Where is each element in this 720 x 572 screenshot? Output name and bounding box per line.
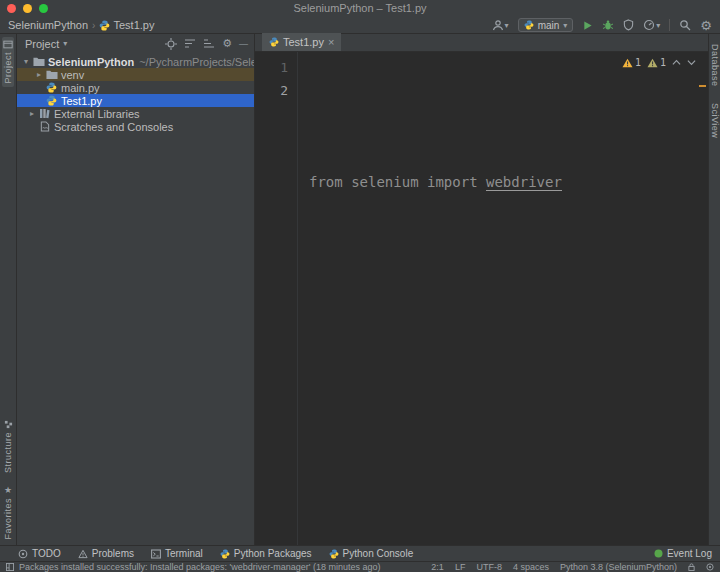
toolwindow-tab-todo-label: TODO [32, 548, 61, 559]
folder-icon [32, 56, 45, 67]
warnings-indicator[interactable]: 1 [622, 57, 641, 68]
toolwindow-tab-project-label: Project [3, 52, 13, 84]
warning-icon [622, 58, 633, 68]
code-line-1 [309, 102, 562, 125]
indent-setting[interactable]: 4 spaces [513, 562, 549, 572]
run-with-coverage-button[interactable] [623, 19, 634, 31]
highlighting-level-icon[interactable] [706, 563, 714, 571]
status-message[interactable]: Packages installed successfully: Install… [19, 562, 381, 572]
editor-body[interactable]: 1 2 from selenium import webdriver 1 1 [255, 52, 708, 545]
file-encoding[interactable]: UTF-8 [476, 562, 502, 572]
tree-root-path: ~/PycharmProjects/SeleniumPython [139, 56, 254, 68]
expand-all-button[interactable] [184, 38, 196, 49]
tree-row-main-py[interactable]: main.py [17, 81, 254, 94]
window-title: SeleniumPython – Test1.py [293, 2, 426, 14]
run-button[interactable] [582, 20, 593, 31]
toolwindow-tab-python-console[interactable]: Python Console [329, 548, 414, 559]
line-number: 2 [255, 79, 288, 102]
next-problem-button[interactable] [687, 59, 696, 66]
line-number: 1 [255, 56, 288, 79]
warning-count: 1 [635, 57, 641, 68]
toolwindow-tab-problems-label: Problems [92, 548, 134, 559]
code-webdriver-token: webdriver [486, 174, 562, 191]
code-import-statement: from selenium import [309, 174, 486, 190]
toolwindow-tab-python-packages-label: Python Packages [234, 548, 312, 559]
tree-row-external-libraries[interactable]: ▸ External Libraries [17, 107, 254, 120]
breadcrumb-file[interactable]: Test1.py [99, 19, 154, 31]
breadcrumb-file-label: Test1.py [113, 19, 154, 31]
lock-icon[interactable] [688, 563, 695, 571]
python-interpreter[interactable]: Python 3.8 (SeleniumPython) [560, 562, 677, 572]
toolwindow-tab-todo[interactable]: TODO [18, 548, 61, 559]
panel-settings-button[interactable]: ⚙ [222, 38, 232, 49]
minimize-window-button[interactable] [23, 4, 32, 13]
collapse-all-button[interactable] [203, 38, 215, 49]
chevron-down-icon: ▾ [63, 39, 67, 48]
tree-item-label: External Libraries [54, 108, 140, 120]
hide-panel-button[interactable]: — [239, 39, 248, 49]
search-everywhere-button[interactable] [679, 19, 691, 31]
title-bar: SeleniumPython – Test1.py [0, 0, 720, 17]
line-separator[interactable]: LF [455, 562, 466, 572]
structure-toolwindow-icon [4, 420, 13, 429]
toolwindow-tab-problems[interactable]: Problems [78, 548, 134, 559]
toolwindow-tab-python-console-label: Python Console [343, 548, 414, 559]
debug-button[interactable] [602, 19, 614, 31]
chevron-down-icon[interactable]: ▾ [20, 57, 32, 66]
toolwindow-toggle-icon[interactable] [6, 563, 14, 571]
tree-item-label: Scratches and Consoles [54, 121, 173, 133]
main-area: Project Structure ★ Favorites Project ▾ [0, 34, 720, 545]
python-file-icon [524, 20, 534, 30]
toolwindow-tab-event-log[interactable]: Event Log [654, 548, 712, 559]
code-with-me-button[interactable]: ▾ [492, 19, 509, 31]
toolwindow-tab-database[interactable]: Database [710, 44, 720, 87]
python-file-icon [99, 20, 110, 31]
bottom-toolwindow-bar: TODO Problems Terminal Python Packages P… [0, 545, 720, 561]
python-file-icon [45, 95, 58, 106]
profiler-button[interactable]: ▾ [643, 19, 660, 31]
weak-warnings-indicator[interactable]: 1 [647, 57, 666, 68]
pycharm-window: SeleniumPython – Test1.py SeleniumPython… [0, 0, 720, 572]
python-file-icon [45, 82, 58, 93]
library-icon [38, 108, 51, 119]
editor-area: Test1.py × 1 2 from selenium import webd… [255, 34, 708, 545]
tree-row-venv[interactable]: ▸ venv [17, 68, 254, 81]
tree-row-test1-py[interactable]: Test1.py [17, 94, 254, 107]
toolwindow-tab-favorites-label: Favorites [3, 498, 13, 540]
folder-icon [45, 69, 58, 80]
inspections-widget[interactable]: 1 1 [622, 57, 696, 68]
chevron-right-icon[interactable]: ▸ [26, 109, 38, 118]
caret-position[interactable]: 2:1 [431, 562, 444, 572]
project-panel-header: Project ▾ ⚙ — [17, 34, 254, 53]
toolwindow-tab-structure[interactable]: Structure [3, 420, 13, 473]
window-controls [7, 4, 48, 13]
settings-button[interactable]: ⚙ [700, 19, 712, 32]
breadcrumb-project[interactable]: SeleniumPython [8, 19, 88, 31]
toolwindow-tab-favorites[interactable]: ★ Favorites [3, 485, 13, 540]
toolwindow-tab-python-packages[interactable]: Python Packages [220, 548, 312, 559]
tree-row-scratches[interactable]: Scratches and Consoles [17, 120, 254, 133]
project-panel: Project ▾ ⚙ — ▾ [17, 34, 255, 545]
locate-file-button[interactable] [165, 38, 177, 50]
zoom-window-button[interactable] [39, 4, 48, 13]
toolwindow-tab-structure-label: Structure [3, 432, 13, 473]
close-tab-icon[interactable]: × [328, 37, 334, 48]
toolbar-actions: ▾ main ▾ ▾ [492, 18, 712, 32]
weak-warning-icon [647, 58, 658, 68]
toolwindow-tab-sciview[interactable]: SciView [710, 103, 720, 138]
code-content[interactable]: from selenium import webdriver [298, 52, 562, 545]
run-configuration-select[interactable]: main ▾ [518, 18, 574, 32]
left-toolwindow-stripe: Project Structure ★ Favorites [0, 34, 17, 545]
editor-tab-test1-py[interactable]: Test1.py × [262, 33, 341, 51]
toolwindow-tab-project[interactable]: Project [2, 37, 14, 87]
project-panel-title[interactable]: Project [25, 38, 59, 50]
toolwindow-tab-terminal[interactable]: Terminal [151, 548, 203, 559]
chevron-right-icon[interactable]: ▸ [33, 70, 45, 79]
previous-problem-button[interactable] [672, 59, 681, 66]
weak-warning-count: 1 [660, 57, 666, 68]
close-window-button[interactable] [7, 4, 16, 13]
tree-row-project-root[interactable]: ▾ SeleniumPython ~/PycharmProjects/Selen… [17, 55, 254, 68]
error-stripe-warning-mark[interactable] [699, 85, 706, 87]
terminal-icon [151, 549, 161, 559]
tree-root-name: SeleniumPython [48, 56, 134, 68]
